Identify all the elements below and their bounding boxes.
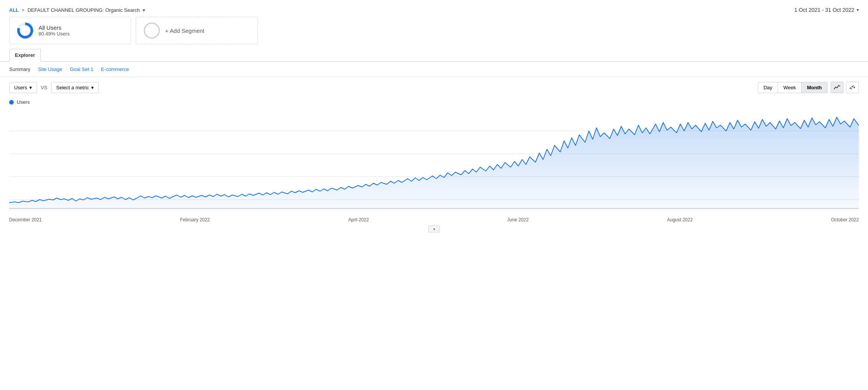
date-range-selector[interactable]: 1 Oct 2021 - 31 Oct 2022 ▾ (794, 7, 859, 13)
explorer-tabs-bar: Explorer (0, 49, 868, 62)
x-label-jun2022: June 2022 (507, 217, 529, 222)
users-legend-dot (9, 100, 14, 105)
line-chart-icon (834, 84, 841, 90)
x-label-aug2022: August 2022 (667, 217, 693, 222)
period-group: Day Week Month (758, 82, 828, 93)
svg-point-2 (854, 87, 855, 88)
add-segment-circle-icon (144, 23, 160, 39)
period-month-button[interactable]: Month (802, 82, 827, 93)
x-label-dec2021: December 2021 (9, 217, 42, 222)
scroll-indicator: ▾ (0, 222, 868, 235)
all-link[interactable]: ALL (9, 7, 19, 13)
period-week-button[interactable]: Week (778, 82, 802, 93)
x-axis-labels: December 2021 February 2022 April 2022 J… (0, 215, 868, 222)
chart-svg (9, 108, 859, 215)
top-bar: ALL » DEFAULT CHANNEL GROUPING: Organic … (0, 0, 868, 17)
svg-point-3 (851, 89, 852, 90)
add-segment-button[interactable]: + Add Segment (136, 17, 258, 44)
all-users-segment[interactable]: All Users 80.49% Users (9, 17, 131, 44)
svg-point-1 (852, 86, 853, 87)
chart-controls: Users ▾ VS Select a metric ▾ Day Week Mo… (0, 77, 868, 98)
date-range-arrow-icon: ▾ (857, 7, 859, 13)
all-users-info: All Users 80.49% Users (39, 24, 70, 37)
chart-type-buttons (831, 82, 859, 93)
vs-label: VS (41, 85, 47, 90)
channel-grouping-label: DEFAULT CHANNEL GROUPING: Organic Search (27, 7, 140, 13)
secondary-metric-arrow-icon: ▾ (91, 85, 94, 90)
line-chart (9, 108, 859, 215)
all-users-percentage: 80.49% Users (39, 31, 70, 37)
scroll-down-button[interactable]: ▾ (428, 226, 440, 232)
date-range-label: 1 Oct 2021 - 31 Oct 2022 (794, 7, 854, 13)
period-buttons: Day Week Month (758, 82, 859, 93)
all-users-circle-icon (17, 23, 33, 39)
line-chart-button[interactable] (831, 82, 844, 93)
sub-tab-summary[interactable]: Summary (9, 66, 31, 72)
chart-legend: Users (0, 98, 868, 108)
sub-tab-ecommerce[interactable]: E-commerce (101, 66, 129, 72)
period-day-button[interactable]: Day (758, 82, 778, 93)
x-label-apr2022: April 2022 (348, 217, 369, 222)
scatter-chart-button[interactable] (846, 82, 859, 93)
sub-tab-site-usage[interactable]: Site Usage (38, 66, 63, 72)
breadcrumb-separator: » (22, 7, 24, 13)
channel-dropdown-icon[interactable]: ▾ (143, 7, 145, 13)
x-label-oct2022: October 2022 (831, 217, 859, 222)
all-users-name: All Users (39, 24, 70, 31)
svg-point-4 (853, 85, 854, 86)
secondary-metric-button[interactable]: Select a metric ▾ (51, 82, 99, 93)
explorer-tab[interactable]: Explorer (9, 49, 41, 62)
sub-tabs-bar: Summary Site Usage Goal Set 1 E-commerce (0, 62, 868, 77)
metric-selectors: Users ▾ VS Select a metric ▾ (9, 82, 99, 93)
primary-metric-arrow-icon: ▾ (29, 85, 32, 90)
breadcrumb: ALL » DEFAULT CHANNEL GROUPING: Organic … (9, 7, 145, 13)
sub-tab-goal-set-1[interactable]: Goal Set 1 (70, 66, 93, 72)
svg-point-0 (850, 87, 851, 89)
add-segment-label: + Add Segment (165, 27, 204, 34)
secondary-metric-label: Select a metric (56, 85, 89, 90)
segments-row: All Users 80.49% Users + Add Segment (0, 17, 868, 49)
primary-metric-label: Users (14, 85, 27, 90)
chart-area (0, 108, 868, 215)
primary-metric-button[interactable]: Users ▾ (9, 82, 37, 93)
users-legend-label: Users (17, 99, 30, 105)
scatter-chart-icon (849, 84, 856, 90)
x-label-feb2022: February 2022 (180, 217, 210, 222)
